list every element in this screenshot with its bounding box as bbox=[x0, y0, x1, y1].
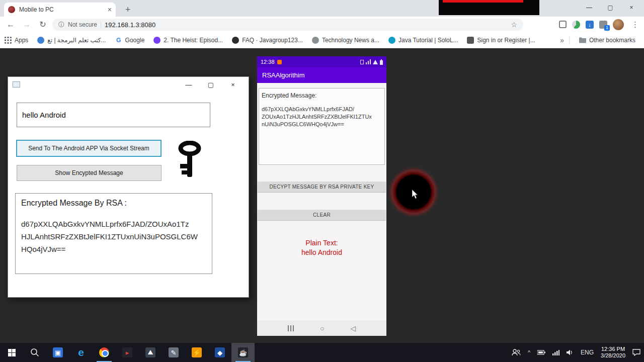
people-button[interactable] bbox=[508, 343, 524, 362]
battery-tray-button[interactable] bbox=[534, 343, 549, 362]
people-icon bbox=[512, 349, 521, 356]
bookmark-favicon-icon bbox=[37, 37, 44, 44]
other-bookmarks-button[interactable]: Other bookmarks bbox=[575, 37, 640, 44]
bookmark-label: كتب تعلم البرمجة | تع... bbox=[47, 37, 106, 44]
android-nav-bar: ○ ◁ bbox=[257, 321, 386, 336]
android-status-bar: 12:38 bbox=[257, 56, 386, 67]
encrypted-result-line: HQo4jVJw== bbox=[21, 243, 206, 255]
google-favicon-icon: G bbox=[115, 37, 122, 44]
winforms-minimize-button[interactable]: — bbox=[178, 81, 200, 88]
bookmark-label: FAQ · Javagroup123... bbox=[242, 37, 303, 44]
bookmark-favicon-icon bbox=[232, 37, 239, 44]
network-icon bbox=[552, 350, 559, 355]
winforms-titlebar[interactable]: — ▢ × bbox=[8, 77, 249, 92]
winforms-app-icon bbox=[13, 81, 20, 87]
volume-tray-button[interactable] bbox=[563, 343, 577, 362]
winforms-close-button[interactable]: × bbox=[222, 81, 244, 88]
battery-icon bbox=[380, 59, 383, 65]
android-encrypted-line: ZOUxAo1TzHJLAnhtSRFzZXBtJelFKI1ZTUx bbox=[262, 113, 382, 121]
profile-avatar[interactable] bbox=[613, 19, 624, 30]
address-bar[interactable]: ⓘ Not secure 192.168.1.3:8080 ☆ bbox=[52, 19, 523, 31]
hidden-icons-button[interactable]: ^ bbox=[524, 343, 534, 362]
bookmark-star-icon[interactable]: ☆ bbox=[511, 21, 517, 29]
tab-title: Mobile to PC bbox=[19, 6, 104, 13]
bookmarks-divider bbox=[569, 36, 570, 44]
bookmark-item[interactable]: G Google bbox=[111, 37, 149, 44]
cursor-highlight bbox=[388, 167, 439, 217]
taskbar-app-photos[interactable]: ⛰ bbox=[139, 343, 162, 362]
apps-grid-icon bbox=[5, 37, 12, 44]
extension-download-icon[interactable]: ↓ bbox=[586, 21, 594, 29]
taskbar-app-chrome[interactable] bbox=[93, 343, 116, 362]
url-separator bbox=[101, 21, 101, 28]
status-time: 12:38 bbox=[261, 59, 275, 65]
taskbar-app-media[interactable]: ▸ bbox=[116, 343, 139, 362]
bookmarks-right: » Other bookmarks bbox=[560, 36, 640, 44]
start-button[interactable] bbox=[0, 343, 23, 362]
browser-tab[interactable]: Mobile to PC × bbox=[4, 3, 116, 17]
back-nav-icon[interactable]: ◁ bbox=[350, 325, 356, 332]
battery-icon bbox=[537, 350, 545, 355]
bookmark-item[interactable]: Sign in or Register |... bbox=[462, 37, 539, 44]
taskbar-app-edge[interactable]: e bbox=[69, 343, 93, 362]
browser-minimize-button[interactable]: — bbox=[579, 0, 600, 15]
network-tray-button[interactable] bbox=[549, 343, 563, 362]
browser-close-button[interactable]: × bbox=[621, 0, 642, 15]
taskbar-app-ide[interactable]: ◆ bbox=[208, 343, 231, 362]
bookmark-item[interactable]: Java Tutorial | SoloL... bbox=[384, 37, 463, 44]
apps-button[interactable]: Apps bbox=[0, 37, 33, 44]
extension-adblock-icon[interactable] bbox=[572, 21, 580, 29]
bookmark-favicon-icon bbox=[467, 37, 474, 44]
message-input[interactable] bbox=[17, 103, 210, 127]
tab-favicon-icon bbox=[8, 6, 15, 13]
utility-app-icon: ✎ bbox=[169, 347, 179, 357]
decrypt-button[interactable]: DECYPT MESSAGE BY RSA PRIVATE KEY bbox=[258, 182, 386, 192]
tab-close-icon[interactable]: × bbox=[108, 6, 112, 13]
language-indicator[interactable]: ENG bbox=[577, 343, 597, 362]
refresh-icon[interactable]: ↻ bbox=[35, 17, 50, 32]
page-content: — ▢ × Send To The Android APP Via Socket… bbox=[0, 48, 644, 343]
screenshot-icon bbox=[360, 60, 364, 64]
browser-tab-strip: Mobile to PC × + — ▢ × bbox=[0, 0, 644, 17]
taskbar-app-java-active[interactable]: ☕ bbox=[231, 343, 255, 362]
winforms-maximize-button[interactable]: ▢ bbox=[200, 81, 222, 88]
screen: Mobile to PC × + — ▢ × ← → ↻ ⓘ Not secur… bbox=[0, 0, 644, 362]
browser-menu-icon[interactable]: ⋮ bbox=[629, 20, 641, 29]
browser-maximize-button[interactable]: ▢ bbox=[600, 0, 621, 15]
clear-button[interactable]: CLEAR bbox=[258, 210, 386, 220]
url-text: 192.168.1.3:8080 bbox=[105, 21, 155, 29]
bookmark-label: Sign in or Register |... bbox=[477, 37, 535, 44]
bookmark-item[interactable]: FAQ · Javagroup123... bbox=[227, 37, 307, 44]
bookmark-favicon-icon bbox=[312, 37, 319, 44]
edge-icon: e bbox=[78, 346, 84, 358]
taskbar-search-button[interactable] bbox=[23, 343, 46, 362]
back-icon[interactable]: ← bbox=[3, 17, 18, 32]
new-tab-button[interactable]: + bbox=[121, 3, 135, 17]
android-encrypted-label: Encrypted Message: bbox=[262, 92, 382, 99]
notification-center-icon bbox=[632, 349, 640, 356]
windows-logo-icon bbox=[8, 349, 16, 356]
info-icon[interactable]: ⓘ bbox=[58, 21, 64, 29]
wifi-icon bbox=[373, 60, 378, 64]
android-screen: 12:38 RSAAlgorithim Encrypted Message bbox=[257, 56, 386, 336]
bookmark-item[interactable]: 2. The Heist: Episod... bbox=[149, 37, 227, 44]
bookmarks-overflow-icon[interactable]: » bbox=[560, 36, 564, 44]
extension-badged-icon[interactable]: 1 bbox=[599, 21, 607, 29]
show-encrypted-button[interactable]: Show Encypted Message bbox=[17, 165, 162, 181]
taskbar-app-orange[interactable]: ⚡ bbox=[185, 343, 208, 362]
action-center-button[interactable] bbox=[629, 343, 644, 362]
bookmark-item[interactable]: كتب تعلم البرمجة | تع... bbox=[33, 37, 110, 44]
bookmark-item[interactable]: Technology News a... bbox=[307, 37, 384, 44]
android-encrypted-line: d67pXXLQAbGxkvYNMLLprfx6FJAD/ bbox=[262, 106, 382, 113]
taskbar-app-tool[interactable]: ✎ bbox=[162, 343, 185, 362]
taskbar-clock[interactable]: 12:36 PM 3/28/2020 bbox=[597, 343, 629, 362]
bookmarks-bar: Apps كتب تعلم البرمجة | تع... G Google 2… bbox=[0, 32, 644, 48]
taskbar-app-window[interactable]: ▣ bbox=[46, 343, 69, 362]
extension-cube-icon[interactable] bbox=[559, 21, 567, 28]
system-tray: ^ ENG bbox=[508, 343, 644, 362]
plain-text-label: Plain Text: bbox=[257, 239, 386, 247]
recents-icon[interactable] bbox=[288, 325, 294, 331]
home-icon[interactable]: ○ bbox=[320, 325, 324, 332]
browser-toolbar: ← → ↻ ⓘ Not secure 192.168.1.3:8080 ☆ ↓ … bbox=[0, 17, 644, 32]
send-to-android-button[interactable]: Send To The Android APP Via Socket Strea… bbox=[16, 140, 162, 157]
